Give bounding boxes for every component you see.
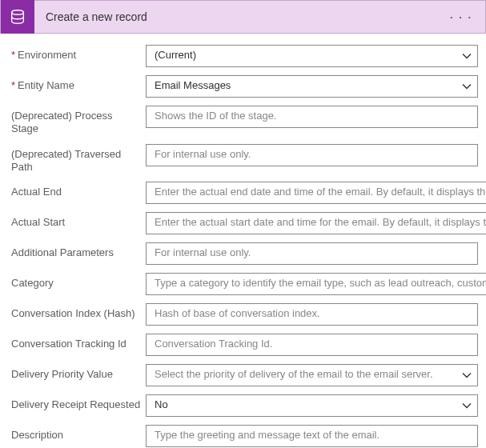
field-label: Entity Name	[11, 75, 146, 92]
environment-select[interactable]: (Current)	[146, 45, 478, 67]
form-row: Delivery Priority ValueSelect the priori…	[11, 364, 478, 386]
delivery-priority-value-select[interactable]: Select the priority of delivery of the e…	[146, 364, 478, 386]
field-label: Actual Start	[11, 212, 146, 229]
field-label: Description	[11, 425, 146, 442]
form-row: Actual StartEnter the actual start date …	[11, 212, 478, 234]
field-control: For internal use only.	[146, 242, 478, 265]
form-row: (Deprecated) Traversed PathFor internal …	[11, 144, 478, 174]
card-header: Create a new record · · ·	[0, 0, 486, 34]
field-label: Environment	[11, 45, 146, 62]
form-row: Actual EndEnter the actual end date and …	[11, 182, 478, 204]
form-body: Environment(Current)Entity NameEmail Mes…	[0, 34, 486, 448]
field-label: Delivery Receipt Requested	[11, 394, 146, 411]
field-control: (Current)	[146, 45, 478, 67]
card-title: Create a new record	[34, 10, 450, 23]
form-row: Conversation Index (Hash)Hash of base of…	[11, 303, 478, 326]
field-label: Additional Parameters	[11, 242, 146, 259]
field-control: Enter the actual start date and time for…	[146, 212, 486, 234]
card-menu-button[interactable]: · · ·	[450, 11, 485, 23]
conversation-tracking-id-input[interactable]: Conversation Tracking Id.	[146, 334, 478, 356]
deprecated-traversed-path-input[interactable]: For internal use only.	[146, 144, 478, 166]
field-control: Enter the actual end date and time of th…	[146, 182, 486, 204]
database-icon	[1, 0, 34, 34]
field-control: Conversation Tracking Id.	[146, 334, 478, 356]
field-control: Shows the ID of the stage.	[146, 106, 478, 128]
deprecated-process-stage-input[interactable]: Shows the ID of the stage.	[146, 106, 478, 128]
conversation-index-hash-input[interactable]: Hash of base of conversation index.	[146, 303, 478, 326]
field-control: Hash of base of conversation index.	[146, 303, 478, 326]
actual-start-input[interactable]: Enter the actual start date and time for…	[146, 212, 486, 234]
form-row: Additional ParametersFor internal use on…	[11, 242, 478, 265]
additional-parameters-input[interactable]: For internal use only.	[146, 242, 478, 265]
field-label: Conversation Index (Hash)	[11, 303, 146, 320]
svg-point-0	[12, 10, 24, 15]
actual-end-input[interactable]: Enter the actual end date and time of th…	[146, 182, 486, 204]
delivery-receipt-requested-select[interactable]: No	[146, 394, 478, 417]
field-label: (Deprecated) Traversed Path	[11, 144, 146, 174]
description-input[interactable]: Type the greeting and message text of th…	[146, 425, 478, 447]
field-label: Delivery Priority Value	[11, 364, 146, 381]
entity-name-select[interactable]: Email Messages	[146, 75, 478, 98]
form-row: CategoryType a category to identify the …	[11, 273, 478, 295]
field-control: Email Messages	[146, 75, 478, 98]
form-row: Environment(Current)	[11, 45, 478, 67]
form-row: Delivery Receipt RequestedNo	[11, 394, 478, 417]
field-label: (Deprecated) Process Stage	[11, 106, 146, 136]
field-label: Category	[11, 273, 146, 290]
field-control: Select the priority of delivery of the e…	[146, 364, 478, 386]
category-input[interactable]: Type a category to identify the email ty…	[146, 273, 486, 295]
form-row: DescriptionType the greeting and message…	[11, 425, 478, 447]
form-row: Entity NameEmail Messages	[11, 75, 478, 98]
field-control: No	[146, 394, 478, 417]
form-row: Conversation Tracking IdConversation Tra…	[11, 334, 478, 356]
field-control: Type a category to identify the email ty…	[146, 273, 486, 295]
field-label: Actual End	[11, 182, 146, 198]
field-label: Conversation Tracking Id	[11, 334, 146, 350]
field-control: Type the greeting and message text of th…	[146, 425, 478, 447]
form-row: (Deprecated) Process StageShows the ID o…	[11, 106, 478, 136]
field-control: For internal use only.	[146, 144, 478, 166]
